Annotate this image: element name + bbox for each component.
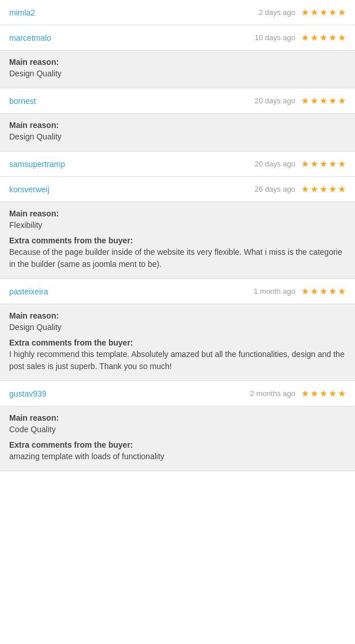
review-date: 2 days ago bbox=[258, 8, 295, 17]
star-rating: ★★★★★ bbox=[301, 388, 346, 399]
main-reason-label: Main reason: bbox=[9, 311, 346, 320]
extra-comments-value: Because of the page builder inside of th… bbox=[9, 247, 342, 269]
star-icon: ★ bbox=[301, 184, 309, 195]
star-icon: ★ bbox=[310, 32, 318, 43]
extra-comments-label: Extra comments from the buyer: bbox=[9, 338, 346, 347]
reviews-list: mimla22 days ago★★★★★marcetmalo10 days a… bbox=[0, 0, 355, 471]
star-icon: ★ bbox=[319, 388, 327, 399]
star-icon: ★ bbox=[319, 32, 327, 43]
review-body: Main reason:Design Quality bbox=[0, 113, 355, 151]
review-meta: 2 months ago★★★★★ bbox=[250, 388, 346, 399]
review-meta: 1 month ago★★★★★ bbox=[254, 286, 346, 297]
star-rating: ★★★★★ bbox=[301, 7, 346, 18]
star-icon: ★ bbox=[310, 184, 318, 195]
review-header: gustav9392 months ago★★★★★ bbox=[0, 381, 355, 406]
star-icon: ★ bbox=[301, 32, 309, 43]
star-icon: ★ bbox=[301, 7, 309, 18]
star-icon: ★ bbox=[338, 32, 346, 43]
star-rating: ★★★★★ bbox=[301, 158, 346, 169]
extra-comments-label: Extra comments from the buyer: bbox=[9, 440, 346, 449]
main-reason-label: Main reason: bbox=[9, 121, 346, 130]
review-header: samsupertramp20 days ago★★★★★ bbox=[0, 152, 355, 176]
main-reason-field: Main reason:Flexibility bbox=[9, 209, 346, 231]
review-username[interactable]: pasteixeira bbox=[9, 287, 48, 296]
review-username[interactable]: marcetmalo bbox=[9, 33, 51, 42]
extra-comments-field: Extra comments from the buyer:Because of… bbox=[9, 236, 346, 270]
review-username[interactable]: samsupertramp bbox=[9, 160, 65, 169]
star-icon: ★ bbox=[301, 95, 309, 106]
review-meta: 10 days ago★★★★★ bbox=[254, 32, 346, 43]
main-reason-field: Main reason:Design Quality bbox=[9, 57, 346, 80]
extra-comments-value: amazing template with loads of functiona… bbox=[9, 452, 164, 461]
review-body: Main reason:Design QualityExtra comments… bbox=[0, 304, 355, 381]
review-username[interactable]: gustav939 bbox=[9, 389, 47, 398]
star-icon: ★ bbox=[310, 7, 318, 18]
review-username[interactable]: bornest bbox=[9, 96, 36, 106]
star-icon: ★ bbox=[338, 158, 346, 169]
review-body: Main reason:Code QualityExtra comments f… bbox=[0, 406, 355, 471]
star-icon: ★ bbox=[319, 7, 327, 18]
star-rating: ★★★★★ bbox=[301, 32, 346, 43]
star-icon: ★ bbox=[310, 95, 318, 106]
review-meta: 26 days ago★★★★★ bbox=[254, 184, 346, 195]
main-reason-value: Flexibility bbox=[9, 220, 43, 230]
review-body: Main reason:FlexibilityExtra comments fr… bbox=[0, 201, 355, 278]
review-item: pasteixeira1 month ago★★★★★Main reason:D… bbox=[0, 279, 355, 381]
review-item: mimla22 days ago★★★★★ bbox=[0, 0, 355, 25]
star-icon: ★ bbox=[338, 388, 346, 399]
main-reason-label: Main reason: bbox=[9, 57, 346, 67]
review-meta: 20 days ago★★★★★ bbox=[254, 158, 346, 169]
review-date: 2 months ago bbox=[250, 389, 295, 398]
extra-comments-value: I highly recommend this template. Absolu… bbox=[9, 350, 345, 371]
star-icon: ★ bbox=[319, 95, 327, 106]
review-header: marcetmalo10 days ago★★★★★ bbox=[0, 25, 355, 50]
star-icon: ★ bbox=[310, 388, 318, 399]
main-reason-value: Design Quality bbox=[9, 323, 61, 332]
star-icon: ★ bbox=[301, 388, 309, 399]
review-date: 1 month ago bbox=[254, 287, 295, 296]
main-reason-label: Main reason: bbox=[9, 413, 346, 422]
star-icon: ★ bbox=[329, 184, 337, 195]
star-icon: ★ bbox=[310, 286, 318, 297]
review-body: Main reason:Design Quality bbox=[0, 50, 355, 88]
review-item: samsupertramp20 days ago★★★★★ bbox=[0, 152, 355, 177]
review-item: bornest20 days ago★★★★★Main reason:Desig… bbox=[0, 88, 355, 152]
star-icon: ★ bbox=[329, 95, 337, 106]
main-reason-value: Design Quality bbox=[9, 132, 61, 141]
star-rating: ★★★★★ bbox=[301, 95, 346, 106]
review-date: 26 days ago bbox=[254, 185, 295, 193]
review-username[interactable]: korsverweij bbox=[9, 185, 49, 194]
review-username[interactable]: mimla2 bbox=[9, 8, 35, 17]
star-icon: ★ bbox=[319, 184, 327, 195]
star-icon: ★ bbox=[338, 7, 346, 18]
star-icon: ★ bbox=[329, 32, 337, 43]
star-icon: ★ bbox=[329, 158, 337, 169]
star-icon: ★ bbox=[319, 158, 327, 169]
main-reason-label: Main reason: bbox=[9, 209, 346, 218]
star-icon: ★ bbox=[338, 184, 346, 195]
review-item: marcetmalo10 days ago★★★★★Main reason:De… bbox=[0, 25, 355, 88]
review-meta: 20 days ago★★★★★ bbox=[254, 95, 346, 106]
star-icon: ★ bbox=[329, 388, 337, 399]
star-icon: ★ bbox=[310, 158, 318, 169]
star-rating: ★★★★★ bbox=[301, 286, 346, 297]
star-icon: ★ bbox=[329, 286, 337, 297]
main-reason-field: Main reason:Code Quality bbox=[9, 413, 346, 436]
star-icon: ★ bbox=[301, 286, 309, 297]
extra-comments-field: Extra comments from the buyer:I highly r… bbox=[9, 338, 346, 373]
main-reason-field: Main reason:Design Quality bbox=[9, 121, 346, 143]
review-date: 10 days ago bbox=[254, 33, 295, 42]
review-date: 20 days ago bbox=[254, 96, 295, 105]
main-reason-field: Main reason:Design Quality bbox=[9, 311, 346, 333]
star-icon: ★ bbox=[319, 286, 327, 297]
star-icon: ★ bbox=[338, 95, 346, 106]
review-header: korsverweij26 days ago★★★★★ bbox=[0, 177, 355, 201]
star-icon: ★ bbox=[329, 7, 337, 18]
review-header: bornest20 days ago★★★★★ bbox=[0, 88, 355, 113]
extra-comments-label: Extra comments from the buyer: bbox=[9, 236, 346, 245]
main-reason-value: Design Quality bbox=[9, 69, 61, 78]
review-meta: 2 days ago★★★★★ bbox=[258, 7, 346, 18]
star-icon: ★ bbox=[301, 158, 309, 169]
review-item: gustav9392 months ago★★★★★Main reason:Co… bbox=[0, 381, 355, 471]
review-header: pasteixeira1 month ago★★★★★ bbox=[0, 279, 355, 304]
